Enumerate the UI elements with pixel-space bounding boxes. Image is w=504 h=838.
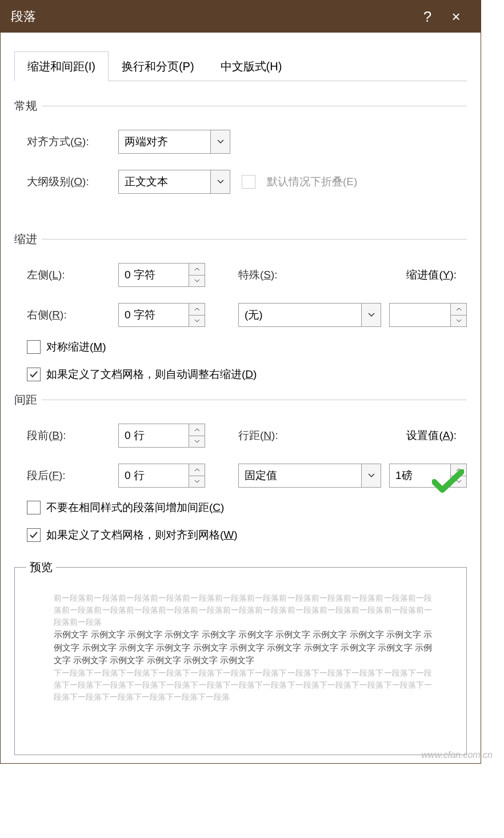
combo-special[interactable]: (无) (238, 303, 381, 327)
watermark: www.cfan.com.cn (422, 750, 493, 760)
label-left-indent: 左侧(L): (27, 268, 118, 282)
label-snap-grid: 如果定义了文档网格，则对齐到网格(W) (46, 528, 238, 542)
label-mirror-indent: 对称缩进(M) (46, 340, 106, 354)
combo-alignment[interactable]: 两端对齐 (118, 130, 230, 154)
checkbox-mirror-indent[interactable] (27, 340, 41, 354)
spinner-left-indent[interactable]: 0 字符 (118, 263, 205, 287)
chevron-down-icon[interactable] (361, 464, 381, 487)
spin-down-icon[interactable] (189, 275, 205, 287)
label-indent-by: 缩进值(Y): (406, 268, 457, 282)
spin-up-icon[interactable] (189, 464, 205, 476)
label-no-space-same-style: 不要在相同样式的段落间增加间距(C) (46, 500, 224, 515)
spinner-indent-by[interactable] (389, 303, 467, 327)
combo-outline-value: 正文文本 (119, 174, 210, 189)
chevron-down-icon[interactable] (210, 170, 230, 193)
label-space-before: 段前(B): (27, 428, 118, 443)
chevron-down-icon[interactable] (361, 304, 381, 326)
section-general: 常规 (14, 98, 467, 114)
tab-line-page-breaks[interactable]: 换行和分页(P) (109, 51, 207, 81)
tab-indent-spacing[interactable]: 缩进和间距(I) (14, 51, 109, 81)
spin-up-icon[interactable] (189, 424, 205, 436)
combo-alignment-value: 两端对齐 (119, 134, 210, 149)
label-space-after: 段后(F): (27, 468, 118, 483)
spinner-space-before[interactable]: 0 行 (118, 424, 205, 448)
close-button[interactable]: × (442, 8, 470, 26)
combo-outline-level[interactable]: 正文文本 (118, 170, 230, 194)
spin-down-icon[interactable] (189, 476, 205, 488)
tab-strip: 缩进和间距(I) 换行和分页(P) 中文版式(H) (14, 51, 467, 81)
spin-up-icon[interactable] (451, 304, 466, 315)
checkbox-no-space-same-style[interactable] (27, 501, 41, 514)
label-auto-adjust-right: 如果定义了文档网格，则自动调整右缩进(D) (46, 367, 257, 382)
chevron-down-icon[interactable] (210, 130, 230, 153)
preview-next-para: 下一段落下一段落下一段落下一段落下一段落下一段落下一段落下一段落下一段落下一段落… (54, 668, 432, 701)
help-button[interactable]: ? (413, 8, 442, 26)
label-outline-level: 大纲级别(O): (27, 174, 118, 189)
preview-label: 预览 (26, 560, 56, 575)
spin-down-icon[interactable] (451, 315, 466, 327)
check-overlay-icon (432, 469, 464, 497)
spinner-right-indent[interactable]: 0 字符 (118, 303, 205, 327)
spin-up-icon[interactable] (189, 264, 205, 275)
tab-asian-typography[interactable]: 中文版式(H) (207, 51, 295, 81)
spin-down-icon[interactable] (189, 436, 205, 448)
spinner-space-after[interactable]: 0 行 (118, 464, 205, 488)
label-spacing-at: 设置值(A): (406, 428, 457, 443)
checkbox-collapse (242, 175, 255, 189)
checkbox-auto-adjust-right[interactable] (27, 368, 41, 381)
spin-down-icon[interactable] (189, 315, 205, 327)
label-alignment: 对齐方式(G): (27, 134, 118, 149)
titlebar: 段落 ? × (1, 1, 481, 33)
preview-box: 预览 前一段落前一段落前一段落前一段落前一段落前一段落前一段落前一段落前一段落前… (14, 560, 467, 755)
label-line-spacing: 行距(N): (238, 428, 348, 443)
label-collapse: 默认情况下折叠(E) (267, 174, 357, 189)
spin-up-icon[interactable] (189, 304, 205, 315)
section-indent: 缩进 (14, 232, 467, 247)
preview-sample: 示例文字 示例文字 示例文字 示例文字 示例文字 示例文字 示例文字 示例文字 … (54, 629, 432, 665)
preview-prev-para: 前一段落前一段落前一段落前一段落前一段落前一段落前一段落前一段落前一段落前一段落… (54, 593, 432, 626)
label-right-indent: 右侧(R): (27, 308, 118, 322)
section-spacing: 间距 (14, 392, 467, 408)
label-special: 特殊(S): (238, 268, 348, 282)
combo-line-spacing[interactable]: 固定值 (238, 464, 381, 488)
dialog-title: 段落 (11, 8, 413, 25)
checkbox-snap-grid[interactable] (27, 528, 41, 542)
